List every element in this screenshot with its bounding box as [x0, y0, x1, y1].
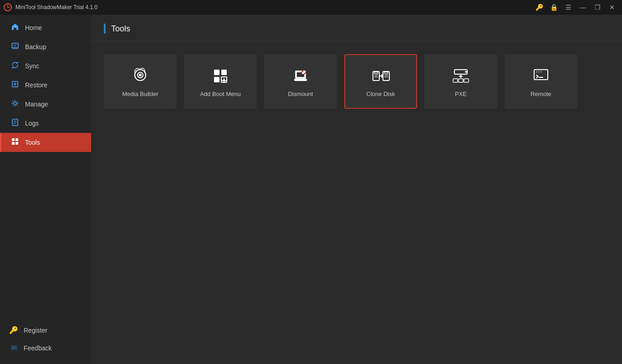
media-builder-icon — [130, 66, 150, 86]
logs-icon — [10, 118, 20, 128]
svg-rect-6 — [12, 138, 15, 141]
sidebar-label-tools: Tools — [25, 139, 40, 146]
pxe-icon — [451, 66, 471, 86]
tools-icon — [10, 137, 20, 147]
manage-icon — [10, 99, 20, 109]
sidebar-bottom: 🔑 Register ✉ Feedback — [0, 321, 91, 364]
svg-point-36 — [538, 71, 540, 72]
sidebar: Home Backup Sync Restore Manage — [0, 15, 91, 364]
menu-icon[interactable]: ☰ — [562, 2, 575, 13]
sidebar-label-restore: Restore — [25, 81, 47, 89]
svg-rect-31 — [453, 79, 458, 82]
svg-rect-15 — [214, 77, 219, 82]
media-builder-label: Media Builder — [122, 91, 158, 97]
remote-label: Remote — [530, 91, 551, 97]
svg-rect-19 — [294, 79, 307, 81]
section-accent-bar — [104, 24, 106, 34]
tool-dismount[interactable]: Dismount — [264, 54, 337, 109]
svg-point-37 — [540, 71, 542, 72]
svg-point-4 — [14, 102, 16, 105]
main-content: Tools Media Builder — [91, 15, 622, 364]
pxe-label: PXE — [455, 91, 467, 97]
svg-rect-33 — [464, 79, 469, 82]
sidebar-item-logs[interactable]: Logs — [0, 114, 91, 133]
sidebar-label-manage: Manage — [25, 101, 48, 108]
svg-rect-9 — [15, 142, 18, 145]
svg-point-30 — [465, 71, 467, 73]
tool-media-builder[interactable]: Media Builder — [104, 54, 177, 109]
svg-rect-32 — [459, 79, 463, 82]
lock-icon[interactable]: 🔒 — [547, 2, 560, 13]
svg-rect-2 — [12, 48, 18, 49]
dismount-label: Dismount — [288, 91, 313, 97]
sidebar-item-register[interactable]: 🔑 Register — [0, 321, 91, 339]
svg-rect-8 — [12, 142, 15, 145]
sidebar-label-sync: Sync — [25, 62, 39, 70]
clone-disk-icon — [371, 66, 391, 86]
sidebar-label-logs: Logs — [25, 120, 39, 127]
tool-remote[interactable]: Remote — [505, 54, 577, 109]
app-logo-icon — [4, 3, 12, 11]
app-title: MiniTool ShadowMaker Trial 4.1.0 — [15, 4, 97, 10]
titlebar-controls: 🔑 🔒 ☰ — ❐ ✕ — [533, 2, 618, 13]
backup-icon — [10, 42, 20, 52]
add-boot-menu-icon — [210, 66, 230, 86]
register-icon: 🔑 — [9, 326, 18, 334]
svg-rect-21 — [373, 71, 379, 81]
restore-icon — [10, 80, 20, 90]
sidebar-item-manage[interactable]: Manage — [0, 95, 91, 114]
tool-pxe[interactable]: PXE — [424, 54, 497, 109]
sidebar-item-sync[interactable]: Sync — [0, 56, 91, 76]
minimize-button[interactable]: — — [576, 2, 589, 13]
clone-disk-label: Clone Disk — [367, 91, 395, 97]
sync-icon — [10, 61, 20, 71]
svg-point-22 — [374, 72, 378, 74]
sidebar-label-home: Home — [25, 24, 42, 31]
sidebar-label-backup: Backup — [25, 43, 46, 51]
svg-point-26 — [384, 72, 388, 74]
feedback-icon: ✉ — [9, 344, 18, 352]
sidebar-item-backup[interactable]: Backup — [0, 37, 91, 56]
titlebar-left: MiniTool ShadowMaker Trial 4.1.0 — [4, 3, 97, 11]
tool-add-boot-menu[interactable]: Add Boot Menu — [184, 54, 257, 109]
sidebar-item-feedback[interactable]: ✉ Feedback — [0, 339, 91, 357]
section-title: Tools — [111, 24, 130, 34]
tools-header: Tools — [91, 15, 622, 41]
tools-grid: Media Builder Add Boot Menu — [91, 41, 622, 121]
restore-button[interactable]: ❐ — [591, 2, 604, 13]
svg-rect-13 — [214, 70, 219, 75]
app-layout: Home Backup Sync Restore Manage — [0, 15, 622, 364]
svg-rect-25 — [383, 71, 389, 81]
dismount-icon — [291, 66, 311, 86]
sidebar-item-restore[interactable]: Restore — [0, 76, 91, 95]
sidebar-label-feedback: Feedback — [24, 344, 51, 352]
key-icon[interactable]: 🔑 — [533, 2, 546, 13]
svg-rect-14 — [221, 70, 227, 75]
svg-point-35 — [536, 71, 537, 72]
home-icon — [10, 23, 20, 33]
sidebar-label-register: Register — [24, 327, 47, 334]
sidebar-item-tools[interactable]: Tools — [0, 133, 91, 152]
tool-clone-disk[interactable]: Clone Disk — [344, 54, 417, 109]
svg-rect-7 — [15, 138, 18, 141]
svg-rect-1 — [12, 43, 18, 48]
titlebar: MiniTool ShadowMaker Trial 4.1.0 🔑 🔒 ☰ —… — [0, 0, 622, 15]
remote-icon — [531, 66, 551, 86]
sidebar-item-home[interactable]: Home — [0, 18, 91, 37]
svg-point-12 — [139, 74, 142, 76]
add-boot-menu-label: Add Boot Menu — [200, 91, 241, 97]
close-button[interactable]: ✕ — [606, 2, 618, 13]
